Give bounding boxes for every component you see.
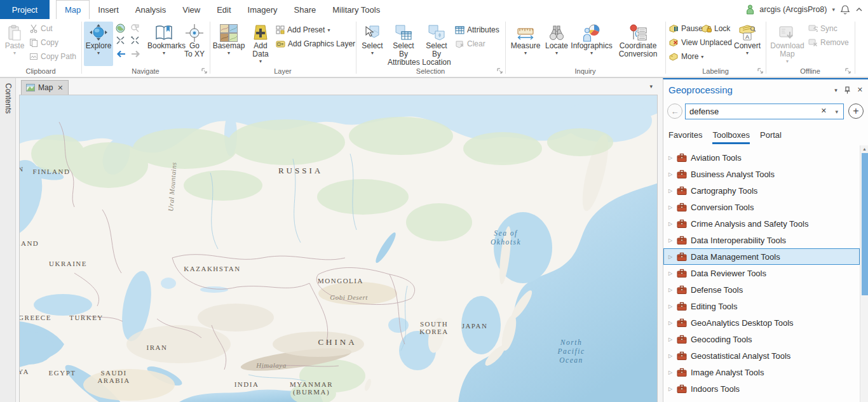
selection-dialog-launcher[interactable] xyxy=(497,68,503,74)
expand-caret-icon[interactable]: ▷ xyxy=(665,254,675,260)
contents-pane-collapsed[interactable]: Contents xyxy=(0,78,16,402)
expand-caret-icon[interactable]: ▷ xyxy=(665,171,675,177)
expand-caret-icon[interactable]: ▷ xyxy=(665,287,675,293)
toolbox-item[interactable]: ▷Data Management Tools xyxy=(663,248,860,265)
select-by-attributes-button[interactable]: Select By Attributes xyxy=(388,22,419,66)
ribbon-tab-map[interactable]: Map xyxy=(56,0,90,19)
toolbox-item[interactable]: ▷Image Analyst Tools xyxy=(663,364,860,380)
attributes-button[interactable]: Attributes xyxy=(455,24,499,36)
ribbon-tab-share[interactable]: Share xyxy=(286,0,325,19)
zoom-to-selection-button[interactable] xyxy=(130,22,140,34)
coordinate-conversion-button[interactable]: Coordinate Conversion xyxy=(615,22,661,66)
view-unplaced-button[interactable]: View Unplaced xyxy=(668,37,732,48)
geoprocessing-tab-toolboxes[interactable]: Toolboxes xyxy=(712,130,750,144)
ribbon-tab-view[interactable]: View xyxy=(174,0,208,19)
map-view-tab[interactable]: Map ✕ xyxy=(21,80,69,95)
ribbon-tab-analysis[interactable]: Analysis xyxy=(127,0,174,19)
download-map-button[interactable]: Download Map ▾ xyxy=(770,22,804,66)
expand-caret-icon[interactable]: ▷ xyxy=(665,155,675,161)
previous-extent-button[interactable] xyxy=(116,48,126,60)
remove-button[interactable]: Remove xyxy=(808,37,849,48)
expand-caret-icon[interactable]: ▷ xyxy=(665,353,675,359)
toolbox-item[interactable]: ▷Indoors Tools xyxy=(663,380,860,397)
fixed-zoom-out-button[interactable] xyxy=(130,34,140,46)
geoprocessing-tab-favorites[interactable]: Favorites xyxy=(668,130,702,144)
expand-caret-icon[interactable]: ▷ xyxy=(665,370,675,375)
expand-caret-icon[interactable]: ▷ xyxy=(665,221,675,227)
expand-caret-icon[interactable]: ▷ xyxy=(665,271,675,276)
next-extent-button[interactable] xyxy=(130,48,141,60)
add-preset-button[interactable]: Add Preset ▾ xyxy=(276,24,330,36)
scrollbar-up-arrow-icon[interactable]: ▲ xyxy=(862,147,867,151)
expand-caret-icon[interactable]: ▷ xyxy=(665,320,675,326)
search-caret-icon[interactable]: ▾ xyxy=(835,109,838,115)
pane-close-icon[interactable]: ✕ xyxy=(857,86,863,94)
ribbon-tab-insert[interactable]: Insert xyxy=(90,0,127,19)
toolbox-item[interactable]: ▷Conversion Tools xyxy=(663,199,860,215)
basemap-button[interactable]: Basemap ▾ xyxy=(212,22,245,66)
geoprocessing-back-button[interactable]: ← xyxy=(667,104,682,119)
expand-caret-icon[interactable]: ▷ xyxy=(665,188,675,194)
offline-dialog-launcher[interactable] xyxy=(845,68,851,74)
bookmarks-button[interactable]: Bookmarks ▾ xyxy=(147,22,180,66)
fixed-zoom-in-button[interactable] xyxy=(116,34,125,46)
expand-caret-icon[interactable]: ▷ xyxy=(665,337,675,342)
close-map-tab-icon[interactable]: ✕ xyxy=(57,84,63,92)
add-toolbox-button[interactable]: + xyxy=(848,104,864,119)
copy-path-button[interactable]: Copy Path xyxy=(29,51,76,62)
lock-labels-button[interactable]: Lock xyxy=(702,23,730,34)
toolbox-item[interactable]: ▷Cartography Tools xyxy=(663,182,860,199)
paste-button[interactable]: Paste ▾ xyxy=(3,22,27,66)
toolbox-item[interactable]: ▷GeoAnalytics Desktop Tools xyxy=(663,314,860,331)
clear-selection-button[interactable]: Clear xyxy=(455,38,485,50)
copy-button[interactable]: Copy xyxy=(29,37,58,48)
collapse-ribbon-chevron-icon[interactable] xyxy=(855,6,863,13)
ribbon-tab-military-tools[interactable]: Military Tools xyxy=(324,0,388,19)
convert-labels-button[interactable]: A Convert ▾ xyxy=(732,22,763,66)
expand-caret-icon[interactable]: ▷ xyxy=(665,386,675,392)
add-graphics-layer-button[interactable]: Add Graphics Layer xyxy=(276,38,355,50)
toolbox-item[interactable]: ▷Data Interoperability Tools xyxy=(663,232,860,248)
toolbox-item[interactable]: ▷Data Reviewer Tools xyxy=(663,265,860,281)
infographics-button[interactable]: Infographics ▾ xyxy=(571,22,613,66)
signed-in-user[interactable]: arcgis (ArcgisPro8) xyxy=(759,5,827,14)
tab-project[interactable]: Project xyxy=(0,0,50,19)
geoprocessing-search-input[interactable] xyxy=(686,104,824,119)
tabstrip-menu-caret-icon[interactable]: ▾ xyxy=(649,83,653,90)
scrollbar-thumb[interactable] xyxy=(862,153,868,295)
toolbox-item[interactable]: ▷Geostatistical Analyst Tools xyxy=(663,347,860,364)
toolbox-item[interactable]: ▷Business Analyst Tools xyxy=(663,166,860,182)
toolbox-item[interactable]: ▷Crime Analysis and Safety Tools xyxy=(663,215,860,232)
measure-button[interactable]: Measure ▾ xyxy=(510,22,541,66)
search-clear-icon[interactable]: ✕ xyxy=(821,107,827,115)
notifications-bell-icon[interactable] xyxy=(840,4,850,15)
map-canvas[interactable]: NFINLANDRUSSIAUral MountainsLANDUKRAINEK… xyxy=(19,95,658,402)
pane-menu-caret-icon[interactable]: ▾ xyxy=(834,87,837,93)
select-by-location-button[interactable]: Select By Location xyxy=(421,22,452,66)
pause-labeling-button[interactable]: Pause xyxy=(668,23,703,34)
go-to-xy-button[interactable]: Go To XY xyxy=(182,22,207,66)
more-labeling-button[interactable]: More ▾ xyxy=(668,51,703,62)
toolbox-scrollbar[interactable]: ▲ xyxy=(860,145,868,402)
pane-pin-icon[interactable] xyxy=(844,86,851,94)
toolbox-item[interactable]: ▷Defense Tools xyxy=(663,281,860,298)
select-button[interactable]: Select ▾ xyxy=(358,22,386,66)
navigate-dialog-launcher[interactable] xyxy=(201,68,208,74)
explore-button[interactable]: Explore ▾ xyxy=(84,22,113,66)
toolbox-item[interactable]: ▷Editing Tools xyxy=(663,298,860,314)
cut-button[interactable]: Cut xyxy=(29,23,53,34)
expand-caret-icon[interactable]: ▷ xyxy=(665,304,675,309)
toolbox-item[interactable]: ▷Geocoding Tools xyxy=(663,331,860,347)
add-data-button[interactable]: Add Data ▾ xyxy=(248,22,273,66)
geoprocessing-tab-portal[interactable]: Portal xyxy=(760,130,782,144)
labeling-dialog-launcher[interactable] xyxy=(757,68,764,74)
ribbon-tab-edit[interactable]: Edit xyxy=(208,0,239,19)
sync-button[interactable]: Sync xyxy=(808,23,837,34)
user-menu-caret-icon[interactable]: ▾ xyxy=(832,6,835,13)
toolbox-item[interactable]: ▷Aviation Tools xyxy=(663,149,860,166)
expand-caret-icon[interactable]: ▷ xyxy=(665,204,675,210)
ribbon-tab-imagery[interactable]: Imagery xyxy=(240,0,286,19)
locate-button[interactable]: Locate ▾ xyxy=(544,22,569,66)
full-extent-button[interactable] xyxy=(116,22,125,34)
expand-caret-icon[interactable]: ▷ xyxy=(665,238,675,243)
